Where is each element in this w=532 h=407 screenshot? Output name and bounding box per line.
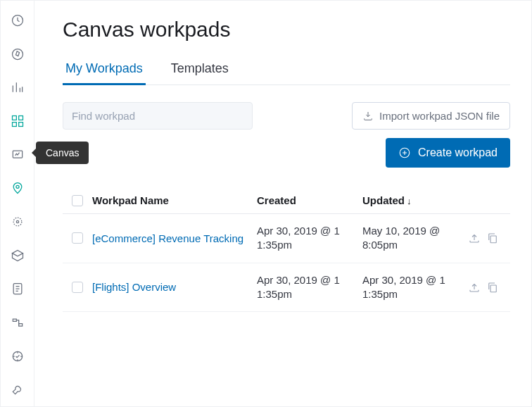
create-label: Create workpad: [418, 146, 498, 159]
sidebar-item-dashboards[interactable]: [1, 104, 34, 138]
col-header-name[interactable]: Workpad Name: [92, 194, 257, 206]
table-header: Workpad Name Created Updated↓: [63, 187, 510, 214]
svg-rect-3: [18, 115, 23, 120]
page-title: Canvas workpads: [63, 18, 510, 42]
row-checkbox[interactable]: [72, 232, 83, 244]
svg-rect-13: [490, 236, 496, 243]
sidebar-item-visualize[interactable]: [1, 70, 34, 104]
compass-icon: [11, 47, 25, 61]
workpad-link[interactable]: [eCommerce] Revenue Tracking: [92, 232, 243, 244]
sidebar-item-infra[interactable]: [1, 239, 34, 273]
sidebar-item-dev-tools[interactable]: [1, 372, 34, 406]
select-all-checkbox[interactable]: [72, 195, 83, 206]
tiles-icon: [11, 114, 25, 128]
svg-rect-2: [12, 115, 16, 120]
search-input[interactable]: [63, 102, 253, 130]
sidebar-tooltip: Canvas: [36, 142, 89, 164]
import-label: Import workpad JSON file: [379, 110, 500, 122]
svg-point-7: [15, 185, 18, 188]
crosshair-icon: [11, 215, 25, 229]
updated-cell: Apr 30, 2019 @ 11:35pm: [362, 273, 468, 302]
scroll-icon: [11, 282, 25, 296]
updated-cell: May 10, 2019 @8:05pm: [362, 224, 468, 253]
created-cell: Apr 30, 2019 @ 11:35pm: [257, 273, 362, 302]
sidebar-item-recent[interactable]: [1, 4, 34, 37]
create-workpad-button[interactable]: Create workpad: [386, 138, 510, 168]
target-icon: [11, 349, 25, 363]
tab-templates[interactable]: Templates: [168, 61, 232, 84]
sidebar-item-uptime[interactable]: [1, 339, 34, 373]
sidebar-item-logs[interactable]: [1, 272, 34, 306]
sidebar-item-maps[interactable]: [1, 171, 34, 205]
package-icon: [11, 249, 25, 263]
clock-icon: [11, 13, 25, 27]
map-pin-icon: [11, 181, 25, 195]
action-row: Import workpad JSON file Create workpad: [63, 102, 510, 168]
svg-rect-14: [490, 285, 496, 292]
copy-icon[interactable]: [486, 232, 499, 244]
sidebar-item-ml[interactable]: [1, 205, 34, 239]
pipeline-icon: [11, 315, 25, 330]
copy-icon[interactable]: [486, 281, 499, 294]
col-header-updated[interactable]: Updated↓: [362, 194, 468, 206]
row-checkbox[interactable]: [72, 282, 83, 293]
sidebar: Canvas: [1, 1, 34, 406]
main: Canvas workpads My Workpads Templates Im…: [34, 1, 531, 406]
canvas-icon: [11, 148, 25, 162]
workpads-table: Workpad Name Created Updated↓ [eCommerce…: [63, 187, 510, 312]
tabs: My Workpads Templates: [63, 61, 510, 85]
svg-point-9: [16, 220, 18, 223]
col-header-updated-label: Updated: [362, 194, 405, 206]
bar-chart-icon: [11, 80, 25, 94]
import-workpad-button[interactable]: Import workpad JSON file: [352, 102, 510, 130]
sidebar-item-discover[interactable]: [1, 37, 34, 71]
sort-desc-icon: ↓: [407, 196, 412, 206]
tab-my-workpads[interactable]: My Workpads: [63, 61, 146, 84]
app-root: Canvas Canvas workpads My Workpads Templ…: [0, 0, 532, 407]
svg-point-1: [12, 49, 23, 59]
plus-circle-icon: [398, 146, 411, 159]
col-header-created[interactable]: Created: [257, 194, 362, 206]
sidebar-item-canvas[interactable]: [1, 138, 34, 172]
wrench-icon: [11, 382, 25, 396]
import-icon: [362, 111, 374, 122]
sidebar-item-apm[interactable]: [1, 306, 34, 339]
created-cell: Apr 30, 2019 @ 11:35pm: [257, 224, 362, 253]
svg-rect-5: [18, 123, 23, 127]
table-row: [Flights] Overview Apr 30, 2019 @ 11:35p…: [63, 263, 510, 313]
svg-point-8: [13, 218, 22, 226]
table-row: [eCommerce] Revenue Tracking Apr 30, 201…: [63, 214, 510, 263]
svg-rect-4: [12, 123, 16, 127]
export-icon[interactable]: [468, 232, 481, 244]
workpad-link[interactable]: [Flights] Overview: [92, 281, 176, 293]
export-icon[interactable]: [468, 281, 481, 294]
